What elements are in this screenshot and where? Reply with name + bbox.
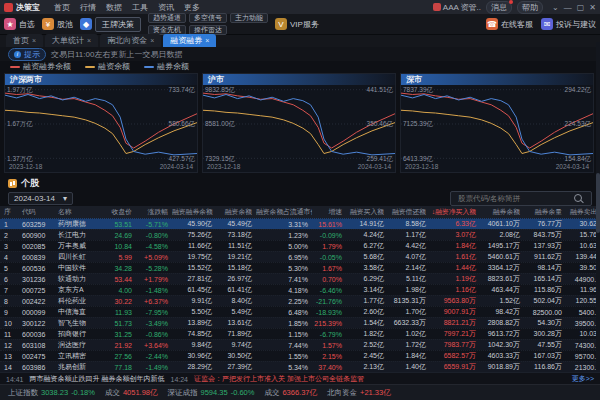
collapse-icon[interactable]: ⌄ bbox=[552, 3, 559, 12]
ticker-headline[interactable]: 两市融资余额止跌回升 融券余额创年内新低 bbox=[30, 374, 165, 384]
column-header[interactable]: 融资余额 bbox=[216, 207, 256, 217]
tab-大单统计[interactable]: 大单统计× bbox=[45, 34, 98, 47]
cell-fin-balance: 13.61亿 bbox=[216, 318, 256, 328]
maximize-icon[interactable]: ▢ bbox=[577, 3, 585, 12]
quick-tool-button[interactable]: 多空信号 bbox=[189, 13, 227, 23]
legend-label: 融资融券余额 bbox=[23, 61, 71, 72]
table-row[interactable]: 10300122智飞生物51.73-3.49%13.89亿13.61亿1.85%… bbox=[0, 317, 600, 328]
minimize-icon[interactable]: — bbox=[564, 3, 572, 12]
stock-pool-button[interactable]: ¥ 股池 bbox=[42, 18, 73, 30]
tab-close-icon[interactable]: × bbox=[87, 37, 91, 44]
cell-short-sell: 95700.00 bbox=[566, 353, 600, 360]
column-header[interactable]: 涨跌幅 bbox=[136, 207, 172, 217]
table-row[interactable]: 3002085万丰奥威10.84-4.58%11.66亿11.51亿5.00%1… bbox=[0, 240, 600, 251]
table-row[interactable]: 5600536中国软件34.28-5.28%15.52亿15.18亿5.30%1… bbox=[0, 262, 600, 273]
tab-首页[interactable]: 首页× bbox=[6, 34, 43, 47]
column-header[interactable]: ↓融资净买入额 bbox=[430, 207, 480, 217]
menu-item[interactable]: 数据 bbox=[106, 2, 122, 13]
table-row[interactable]: 6301236软通动力53.44+1.79%27.81亿26.97亿7.41%0… bbox=[0, 273, 600, 284]
ticker-headline[interactable]: 证监会：严把发行上市准入关 加强上市公司全链条监管 bbox=[194, 374, 364, 384]
menu-item[interactable]: 首页 bbox=[54, 2, 70, 13]
feedback-button[interactable]: ✉ 投诉与建议 bbox=[541, 18, 596, 30]
table-row[interactable]: 9000099中信海直11.93-7.95%5.50亿5.49亿6.48%-18… bbox=[0, 306, 600, 317]
market-value: 3038.23 bbox=[41, 388, 68, 397]
search-icon[interactable] bbox=[574, 194, 582, 202]
market-item: 成交6366.37亿 bbox=[264, 388, 317, 398]
cell-short-sell: 39500.00 bbox=[566, 320, 600, 327]
legend-item[interactable]: 融资余额 bbox=[85, 61, 130, 72]
close-icon[interactable]: ✕ bbox=[589, 3, 596, 12]
menu-item[interactable]: 资讯 bbox=[158, 2, 174, 13]
vertical-scrollbar[interactable] bbox=[596, 42, 600, 370]
cell-short-sell: 74300.00 bbox=[566, 342, 600, 349]
column-header[interactable]: 融券卖出量 bbox=[566, 207, 600, 217]
table-row[interactable]: 4600839四川长虹5.99+5.09%19.75亿19.21亿6.95%-0… bbox=[0, 251, 600, 262]
cell-short-balance: 5460.61万 bbox=[480, 252, 524, 262]
menu-item[interactable]: 行情 bbox=[80, 2, 96, 13]
cell-pct-change: -4.58% bbox=[136, 243, 172, 250]
tab-融资融券[interactable]: 融资融券× bbox=[163, 34, 216, 47]
column-header[interactable]: 融券余额 bbox=[480, 207, 524, 217]
table-row[interactable]: 14603986兆易创新77.18-1.49%28.29亿27.39亿5.34%… bbox=[0, 361, 600, 372]
ticker-more-link[interactable]: 更多>> bbox=[572, 374, 594, 384]
tab-close-icon[interactable]: × bbox=[205, 37, 209, 44]
table-row[interactable]: 1603259药明康德53.51-5.71%45.90亿45.49亿3.31%1… bbox=[0, 218, 600, 229]
cell-short-volume: 47.55万 bbox=[524, 340, 566, 350]
column-header[interactable]: 融券余量 bbox=[524, 207, 566, 217]
quick-tool-button[interactable]: 主力动能 bbox=[230, 13, 268, 23]
table-row[interactable]: 7000725京东方A4.00-1.48%61.45亿61.41亿4.18%-6… bbox=[0, 284, 600, 295]
watchlist-button[interactable]: ★ 自选 bbox=[4, 18, 35, 30]
column-header[interactable]: 融资买入额 bbox=[346, 207, 388, 217]
cell-net-buy: 9007.91万 bbox=[430, 307, 480, 317]
cell-speed: -21.76% bbox=[312, 298, 346, 305]
vip-button[interactable]: V VIP服务 bbox=[275, 18, 319, 30]
decision-group: ◆ 王牌决策 bbox=[80, 17, 141, 32]
cell-short-balance: 4603.33万 bbox=[480, 351, 524, 361]
column-header[interactable]: 增速 bbox=[312, 207, 346, 217]
cell-rank: 14 bbox=[0, 364, 18, 371]
cell-name: 智飞生物 bbox=[54, 318, 102, 328]
column-header[interactable]: 融资偿还额 bbox=[388, 207, 430, 217]
cell-net-buy: 1.84亿 bbox=[430, 241, 480, 251]
tab-南北向资金[interactable]: 南北向资金× bbox=[100, 34, 161, 47]
online-service-button[interactable]: ☎ 在线客服 bbox=[486, 18, 533, 30]
cell-code: 600839 bbox=[18, 254, 54, 261]
cell-buy-amount: 1.54亿 bbox=[346, 318, 388, 328]
column-header[interactable]: 名称 bbox=[54, 207, 102, 217]
column-header[interactable]: 序 bbox=[0, 207, 18, 217]
legend-item[interactable]: 融券余额 bbox=[144, 61, 189, 72]
cell-fin-balance: 15.18亿 bbox=[216, 263, 256, 273]
app-logo-icon bbox=[4, 3, 13, 12]
column-header[interactable]: 融资融券余额 bbox=[172, 207, 216, 217]
cell-short-balance: 2808.82万 bbox=[480, 318, 524, 328]
menu-item[interactable]: 更多 bbox=[184, 2, 200, 13]
messages-button[interactable]: 消息 bbox=[486, 1, 512, 14]
table-row[interactable]: 8002422科伦药业30.22+6.37%9.91亿8.40亿2.25%-21… bbox=[0, 295, 600, 306]
table-row[interactable]: 12603108润达医疗21.92+3.64%9.84亿9.74亿7.44%1.… bbox=[0, 339, 600, 350]
cell-short-sell: 10.03万 bbox=[566, 329, 600, 339]
cell-repay-amount: 1.40亿 bbox=[388, 362, 430, 372]
column-header[interactable]: 融资余额占流通市值比 bbox=[256, 207, 312, 217]
quick-tool-button[interactable]: 趋势通道 bbox=[148, 13, 186, 23]
cell-short-volume: 54.30万 bbox=[524, 318, 566, 328]
menu-item[interactable]: 工具 bbox=[132, 2, 148, 13]
search-input[interactable] bbox=[456, 193, 570, 204]
column-header[interactable]: 代码 bbox=[18, 207, 54, 217]
tab-close-icon[interactable]: × bbox=[32, 37, 36, 44]
tab-close-icon[interactable]: × bbox=[150, 37, 154, 44]
table-row[interactable]: 11600036招商银行31.25-0.86%74.85亿71.89亿1.15%… bbox=[0, 328, 600, 339]
date-select[interactable]: 2024-03-14 ▾ bbox=[8, 192, 73, 205]
mail-icon: ✉ bbox=[541, 18, 553, 30]
help-button[interactable]: 帮助 bbox=[517, 1, 543, 14]
cell-buy-amount: 5.68亿 bbox=[346, 252, 388, 262]
cell-total-balance: 28.29亿 bbox=[172, 362, 216, 372]
column-header[interactable]: 收盘价 bbox=[102, 207, 136, 217]
cell-net-buy: 1.61亿 bbox=[430, 252, 480, 262]
title-bar: 决策宝 首页行情数据工具资讯更多 AAA 资管.. 消息 帮助 ⌄ — ▢ ✕ bbox=[0, 0, 600, 14]
table-row[interactable]: 13002475立讯精密27.56-2.44%30.96亿30.50亿1.55%… bbox=[0, 350, 600, 361]
scrollbar-thumb[interactable] bbox=[596, 173, 600, 233]
table-row[interactable]: 2600900长江电力24.69-0.80%75.26亿73.18亿1.23%-… bbox=[0, 229, 600, 240]
legend-item[interactable]: 融资融券余额 bbox=[10, 61, 71, 72]
decision-button[interactable]: 王牌决策 bbox=[95, 17, 141, 32]
account-chip[interactable]: AAA 资管.. bbox=[433, 2, 481, 13]
